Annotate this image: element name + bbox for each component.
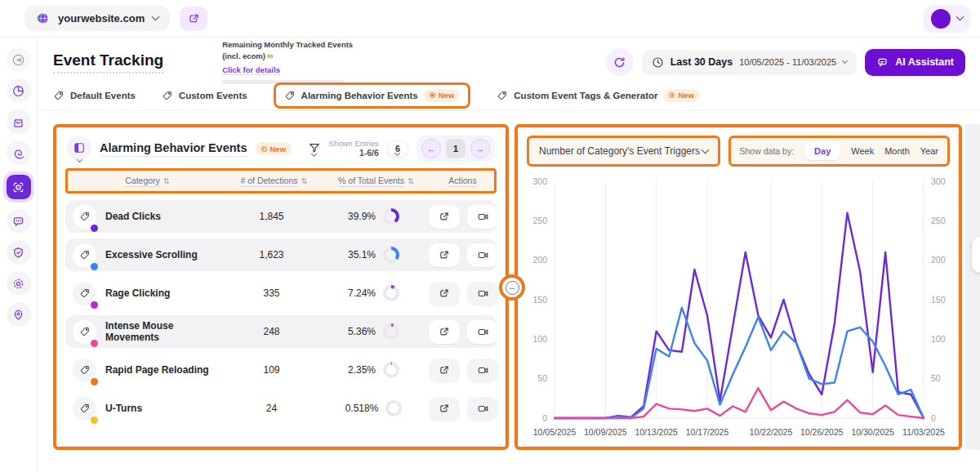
pagination: ← 1 →	[416, 136, 495, 162]
period-day[interactable]: Day	[804, 142, 840, 160]
sidebar-item-ecommerce[interactable]	[7, 109, 31, 134]
open-sessions-button[interactable]	[429, 358, 460, 382]
shown-entries-label: Shown Entries	[329, 139, 379, 149]
tag-icon	[73, 320, 96, 344]
percent-donut	[383, 323, 399, 340]
watch-recordings-button[interactable]	[467, 358, 498, 382]
new-badge: New	[256, 142, 292, 155]
topbar: yourwebsite.com	[0, 0, 980, 38]
tab-bar: Default Events Custom Events Alarming Be…	[38, 80, 980, 111]
badge-dot-icon	[669, 92, 675, 98]
panel-resize-handle[interactable]: ↔	[499, 274, 525, 301]
tab-custom-event-tags-generator[interactable]: Custom Event Tags & Generator New	[497, 89, 700, 102]
open-website-button[interactable]	[180, 7, 207, 31]
sidebar-item-feedback[interactable]	[7, 209, 31, 234]
open-sessions-button[interactable]	[429, 397, 460, 421]
svg-text:200: 200	[532, 255, 547, 265]
watch-recordings-button[interactable]	[467, 282, 498, 305]
resize-arrows-icon: ↔	[506, 281, 519, 295]
video-camera-icon	[477, 249, 489, 261]
period-week[interactable]: Week	[851, 146, 874, 156]
next-page-button[interactable]: →	[470, 139, 490, 158]
svg-text:50: 50	[537, 373, 547, 383]
external-link-icon	[439, 403, 450, 414]
line-chart: 00505010010015015020020025025030030010/0…	[519, 170, 958, 443]
sidebar-item-event-tracking[interactable]	[7, 175, 31, 199]
period-year[interactable]: Year	[920, 146, 938, 156]
chevron-down-icon	[842, 57, 848, 63]
svg-text:50: 50	[931, 373, 941, 383]
svg-text:200: 200	[931, 255, 946, 265]
watch-recordings-button[interactable]	[467, 397, 498, 421]
watch-recordings-button[interactable]	[467, 243, 498, 267]
category-name: U-Turns	[105, 403, 142, 414]
column-header-percent[interactable]: % of Total Events⇅	[321, 176, 431, 187]
tab-alarming-behavior-events[interactable]: Alarming Behavior Events New	[274, 82, 471, 109]
sort-icon: ⇅	[163, 176, 170, 185]
sidebar-item-recordings[interactable]	[7, 140, 31, 165]
table-view-selector[interactable]	[67, 136, 91, 162]
percent-donut	[385, 400, 402, 416]
edge-scroll-handle[interactable]	[972, 237, 980, 273]
column-header-detections[interactable]: # of Detections⇅	[227, 176, 321, 187]
sidebar-item-geolocation[interactable]	[7, 302, 31, 327]
video-camera-icon	[477, 364, 489, 376]
svg-text:11/03/2025: 11/03/2025	[902, 427, 945, 437]
new-badge: New	[424, 89, 461, 102]
metric-selector[interactable]: Number of Category's Event Triggers	[527, 136, 720, 167]
page-size-selector[interactable]: 6	[387, 140, 408, 158]
website-name: yourwebsite.com	[58, 12, 145, 24]
tag-icon	[73, 243, 96, 267]
open-sessions-button[interactable]	[429, 282, 460, 305]
svg-text:0: 0	[542, 413, 547, 423]
table-row: Rage Clicking3357.24%	[65, 277, 497, 309]
badge-dot-icon	[430, 92, 435, 98]
open-sessions-button[interactable]	[429, 320, 460, 344]
user-menu[interactable]	[924, 5, 970, 33]
pie-chart-icon	[11, 84, 25, 98]
collapse-sidebar-button[interactable]	[7, 47, 31, 72]
sort-icon: ⇅	[301, 176, 308, 185]
column-header-category[interactable]: Category⇅	[68, 176, 227, 187]
svg-text:250: 250	[931, 216, 946, 225]
tab-default-events[interactable]: Default Events	[53, 90, 136, 101]
shopping-bag-icon	[11, 115, 25, 129]
gear-icon	[11, 277, 25, 291]
tab-custom-events[interactable]: Custom Events	[162, 90, 247, 101]
tag-icon	[73, 282, 96, 305]
percent-of-total: 7.24%	[348, 287, 376, 299]
sidebar-item-dashboard[interactable]	[7, 78, 31, 103]
column-header-actions: Actions	[431, 176, 494, 187]
table-body: Dead Clicks1,84539.9%Excessive Scrolling…	[57, 200, 505, 425]
clock-icon	[652, 56, 664, 69]
svg-text:0: 0	[931, 413, 936, 423]
chevron-down-icon	[76, 157, 82, 163]
sidebar-item-settings[interactable]	[7, 271, 31, 296]
watch-recordings-button[interactable]	[467, 320, 498, 344]
external-link-icon	[188, 12, 200, 24]
page-header: Event Tracking Remaining Monthly Tracked…	[38, 38, 980, 80]
svg-text:10/22/2025: 10/22/2025	[750, 427, 793, 437]
shown-entries: Shown Entries 1-6/6	[329, 139, 379, 159]
shield-check-icon	[11, 246, 25, 260]
watch-recordings-button[interactable]	[467, 205, 498, 229]
refresh-button[interactable]	[606, 48, 634, 76]
open-sessions-button[interactable]	[429, 243, 460, 267]
metric-selector-value: Number of Category's Event Triggers	[539, 145, 700, 157]
ai-assistant-button[interactable]: AI Assistant	[865, 49, 965, 76]
category-color-dot	[91, 225, 98, 232]
location-pin-icon	[11, 308, 25, 322]
details-link[interactable]: Click for details	[222, 65, 280, 75]
percent-donut	[383, 208, 399, 225]
open-sessions-button[interactable]	[429, 205, 460, 229]
prev-page-button[interactable]: ←	[421, 139, 441, 158]
spiral-icon	[11, 146, 25, 160]
table-row: Excessive Scrolling1,62335.1%	[65, 238, 497, 271]
website-selector[interactable]: yourwebsite.com	[24, 6, 170, 31]
panel-title: Alarming Behavior Events	[100, 141, 247, 157]
date-range-picker[interactable]: Last 30 Days 10/05/2025 - 11/03/2025	[642, 50, 858, 75]
period-month[interactable]: Month	[884, 146, 910, 156]
sidebar-item-privacy[interactable]	[7, 240, 31, 265]
filter-control[interactable]	[308, 141, 321, 156]
category-color-dot	[91, 340, 98, 347]
